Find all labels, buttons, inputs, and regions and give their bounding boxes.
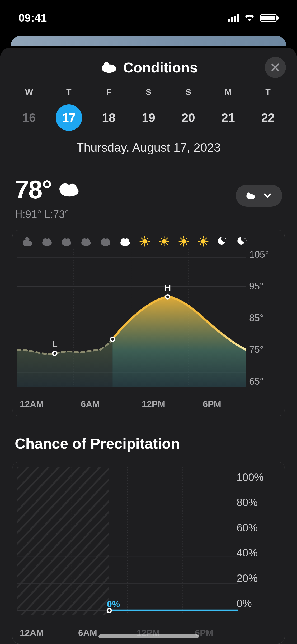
day-labels: W T F S S M T xyxy=(5,87,292,97)
status-time: 09:41 xyxy=(18,12,47,24)
day-17[interactable]: 17 xyxy=(56,104,82,131)
svg-point-26 xyxy=(142,239,147,244)
svg-line-50 xyxy=(186,244,187,245)
svg-point-10 xyxy=(23,240,28,245)
y-tick: 75° xyxy=(249,344,284,355)
svg-point-13 xyxy=(46,238,51,243)
svg-point-95 xyxy=(108,609,111,612)
x-tick: 12AM xyxy=(20,399,59,409)
day-16[interactable]: 16 xyxy=(16,104,42,131)
hourly-condition-icons xyxy=(17,235,280,248)
svg-point-2 xyxy=(102,64,110,72)
svg-line-59 xyxy=(206,244,207,245)
status-bar: 09:41 xyxy=(0,0,297,36)
svg-line-31 xyxy=(141,238,142,239)
svg-point-19 xyxy=(85,238,90,243)
x-tick: 6PM xyxy=(203,399,242,409)
high-marker-label: H xyxy=(164,283,171,293)
y-tick: 85° xyxy=(249,312,284,324)
svg-point-77 xyxy=(166,296,169,298)
svg-line-61 xyxy=(200,244,201,245)
day-22[interactable]: 22 xyxy=(255,104,281,131)
temperature-chart[interactable]: H L 105° 95° 85° 75° 65° 12AM 6AM 12PM 6… xyxy=(12,230,285,416)
background-sheet-peek xyxy=(11,36,286,46)
wifi-icon xyxy=(243,12,256,24)
close-button[interactable] xyxy=(265,57,286,78)
y-tick: 60% xyxy=(237,522,279,534)
chart-x-axis: 12AM 6AM 12PM 6PM xyxy=(17,399,245,409)
day-label: T xyxy=(255,87,281,97)
day-selector: W T F S S M T 16 17 18 19 20 21 22 Thurs… xyxy=(0,87,297,155)
y-tick: 80% xyxy=(237,496,279,508)
sun-icon xyxy=(195,235,212,248)
svg-line-40 xyxy=(161,238,162,239)
close-icon xyxy=(271,63,280,72)
cloud-icon xyxy=(57,181,80,199)
svg-point-53 xyxy=(201,239,206,244)
y-tick: 100% xyxy=(237,471,279,483)
y-tick: 20% xyxy=(237,572,279,584)
svg-point-35 xyxy=(162,239,167,244)
precipitation-now-value: 0% xyxy=(107,599,120,609)
home-indicator[interactable] xyxy=(98,634,199,638)
svg-line-33 xyxy=(147,238,148,239)
day-label: S xyxy=(135,87,162,97)
svg-point-25 xyxy=(124,238,129,243)
svg-line-58 xyxy=(200,238,201,239)
precipitation-chart[interactable]: 0% 100% 80% 60% 40% 20% 0% 12AM 6AM 12PM… xyxy=(12,462,285,644)
svg-point-22 xyxy=(105,238,110,243)
y-tick: 105° xyxy=(249,249,284,260)
night-clear-icon xyxy=(214,235,232,248)
svg-point-5 xyxy=(68,184,77,193)
svg-line-43 xyxy=(161,244,162,245)
cloud-icon xyxy=(116,235,134,248)
cellular-signal-icon xyxy=(228,14,239,22)
day-label: F xyxy=(96,87,122,97)
svg-point-63 xyxy=(227,240,227,241)
conditions-metric-picker[interactable] xyxy=(236,185,282,207)
day-label: T xyxy=(56,87,82,97)
day-label: M xyxy=(215,87,241,97)
svg-point-65 xyxy=(246,240,247,241)
svg-point-44 xyxy=(181,239,186,244)
day-21[interactable]: 21 xyxy=(215,104,241,131)
y-tick: 95° xyxy=(249,281,284,292)
precip-y-axis: 100% 80% 60% 40% 20% 0% xyxy=(237,471,279,609)
temperature-summary: 78° H:91° L:73° xyxy=(0,165,297,220)
day-20[interactable]: 20 xyxy=(175,104,201,131)
sun-icon xyxy=(175,235,192,248)
svg-point-64 xyxy=(244,238,246,239)
selected-full-date: Thursday, August 17, 2023 xyxy=(5,140,292,155)
day-19[interactable]: 19 xyxy=(135,104,162,131)
cloud-icon xyxy=(97,235,114,248)
day-numbers: 16 17 18 19 20 21 22 xyxy=(5,104,292,131)
y-tick: 0% xyxy=(237,597,279,609)
svg-line-49 xyxy=(180,238,181,239)
day-label: W xyxy=(16,87,42,97)
sun-icon xyxy=(136,235,153,248)
y-tick: 65° xyxy=(249,376,284,387)
temperature-chart-area: H L xyxy=(17,249,280,387)
precipitation-title: Chance of Precipitation xyxy=(0,416,297,452)
cloud-icon xyxy=(245,191,256,200)
chart-y-axis: 105° 95° 85° 75° 65° xyxy=(249,249,284,387)
night-clear-icon xyxy=(234,235,251,248)
chevron-down-icon xyxy=(262,191,273,200)
status-indicators xyxy=(228,12,279,24)
svg-point-62 xyxy=(225,238,226,239)
cloud-icon xyxy=(38,235,56,248)
x-tick: 6AM xyxy=(81,399,120,409)
title-wrap: Conditions xyxy=(100,59,198,76)
svg-line-60 xyxy=(206,238,207,239)
conditions-sheet: Conditions W T F S S M T 16 17 18 19 20 … xyxy=(0,48,297,644)
svg-point-8 xyxy=(246,194,251,198)
svg-rect-83 xyxy=(17,467,109,615)
svg-line-34 xyxy=(141,244,142,245)
x-tick: 6PM xyxy=(195,628,234,638)
svg-line-42 xyxy=(167,238,168,239)
cloud-icon xyxy=(100,60,117,75)
sheet-header: Conditions xyxy=(0,48,297,87)
svg-line-52 xyxy=(180,244,181,245)
day-18[interactable]: 18 xyxy=(96,104,122,131)
night-cloud-icon xyxy=(19,235,36,248)
